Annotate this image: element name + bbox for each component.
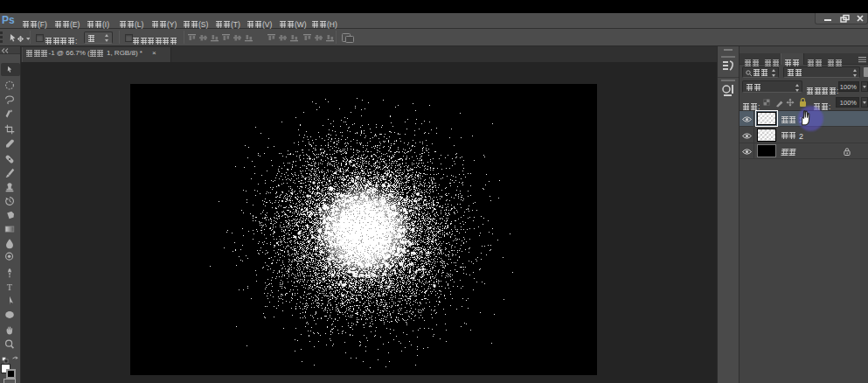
svg-text:T: T xyxy=(7,282,13,292)
